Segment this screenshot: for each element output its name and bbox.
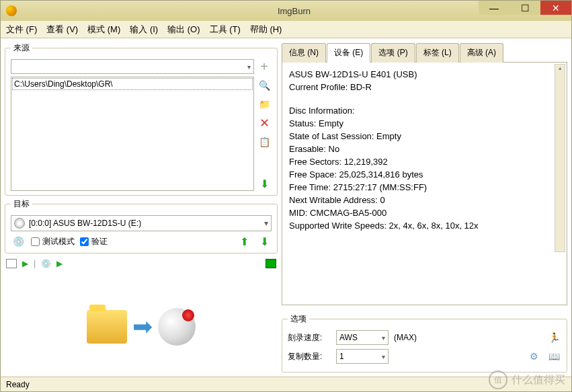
menu-help[interactable]: 帮助 (H) [250, 24, 282, 36]
go-down-icon[interactable]: ⬇ [257, 176, 272, 191]
burn-action-area: ➡ [5, 274, 278, 373]
app-icon [6, 5, 17, 16]
menu-input[interactable]: 输入 (I) [130, 24, 158, 36]
info-line: Next Writable Address: 0 [289, 195, 560, 205]
menu-tools[interactable]: 工具 (T) [210, 24, 241, 36]
destination-group: 目标 [0:0:0] ASUS BW-12D1S-U (E:) 💿 测试模式 验… [5, 198, 278, 253]
scrollbar[interactable] [555, 64, 565, 252]
info-line: ASUS BW-12D1S-U E401 (USB) [289, 69, 560, 79]
test-mode-label: 测试模式 [42, 236, 75, 247]
menu-view[interactable]: 查看 (V) [46, 24, 78, 36]
info-line [289, 95, 560, 103]
copies-label: 复制数量: [288, 351, 331, 362]
layout-icon[interactable] [6, 259, 17, 268]
copies-combo[interactable]: 1 [336, 349, 389, 364]
browse-folder-icon[interactable]: 📁 [257, 97, 272, 112]
test-mode-input[interactable] [31, 237, 40, 246]
tab-advanced[interactable]: 高级 (A) [460, 43, 503, 63]
eject-down-icon[interactable]: ⬇ [257, 234, 272, 249]
big-folder-icon [87, 310, 127, 344]
menu-mode[interactable]: 模式 (M) [87, 24, 120, 36]
test-mode-checkbox[interactable]: 测试模式 [31, 236, 75, 247]
disc-settings-icon[interactable]: 💿 [11, 234, 26, 249]
disc-small-icon[interactable]: 💿 [41, 259, 51, 268]
monitor-icon[interactable] [265, 259, 276, 268]
arrow-icon: ➡ [132, 313, 153, 341]
titlebar: ImgBurn — ☐ ✕ [1, 1, 571, 21]
menubar: 文件 (F) 查看 (V) 模式 (M) 输入 (I) 输出 (O) 工具 (T… [1, 21, 571, 38]
big-disc-icon[interactable] [158, 308, 196, 346]
tabs: 信息 (N) 设备 (E) 选项 (P) 标签 (L) 高级 (A) [282, 42, 567, 63]
options-group: 选项 刻录速度: AWS (MAX) 🏃 复制数量: 1 ⚙ 📖 [282, 313, 567, 373]
play-icon-2[interactable]: ▶ [56, 259, 63, 268]
destination-device-select[interactable]: [0:0:0] ASUS BW-12D1S-U (E:) [11, 215, 272, 231]
info-line: Current Profile: BD-R [289, 82, 560, 92]
disc-icon [14, 218, 25, 229]
add-icon[interactable]: + [257, 59, 272, 74]
info-line: Status: Empty [289, 118, 560, 128]
menu-output[interactable]: 输出 (O) [167, 24, 200, 36]
clipboard-icon[interactable]: 📋 [257, 134, 272, 149]
source-listbox[interactable]: C:\Users\Ding\Desktop\GR\ [11, 77, 254, 191]
tab-info[interactable]: 信息 (N) [282, 43, 326, 63]
device-tab-panel: ASUS BW-12D1S-U E401 (USB) Current Profi… [282, 63, 567, 305]
status-text: Ready [6, 380, 30, 389]
bottom-toolbar: ▶ | 💿 ▶ [5, 256, 278, 271]
info-line: State of Last Session: Empty [289, 131, 560, 141]
eject-up-icon[interactable]: ⬆ [237, 234, 251, 249]
device-info-text: ASUS BW-12D1S-U E401 (USB) Current Profi… [289, 69, 560, 231]
destination-device-label: [0:0:0] ASUS BW-12D1S-U (E:) [29, 219, 141, 228]
info-line: Free Space: 25,025,314,816 bytes [289, 169, 560, 180]
play-icon-1[interactable]: ▶ [22, 259, 28, 268]
menu-file[interactable]: 文件 (F) [6, 24, 37, 36]
info-line: Supported Write Speeds: 2x, 4x, 6x, 8x, … [289, 221, 560, 231]
settings-icon[interactable]: ⚙ [526, 349, 541, 364]
verify-checkbox[interactable]: 验证 [80, 236, 108, 247]
options-legend: 选项 [288, 313, 309, 325]
delete-icon[interactable]: ✕ [257, 116, 272, 130]
close-button[interactable]: ✕ [540, 1, 571, 15]
tab-labels[interactable]: 标签 (L) [416, 43, 459, 63]
verify-label: 验证 [91, 236, 108, 247]
minimize-button[interactable]: — [479, 1, 509, 15]
tab-device[interactable]: 设备 (E) [327, 43, 370, 63]
book-icon[interactable]: 📖 [546, 349, 561, 364]
info-line: Disc Information: [289, 106, 560, 116]
info-line: Free Sectors: 12,219,392 [289, 157, 560, 167]
search-icon[interactable]: 🔍 [257, 78, 272, 93]
list-item[interactable]: C:\Users\Ding\Desktop\GR\ [13, 79, 252, 89]
speed-label: 刻录速度: [288, 332, 331, 344]
speed-max: (MAX) [394, 333, 417, 342]
maximize-button[interactable]: ☐ [509, 1, 540, 15]
run-icon[interactable]: 🏃 [546, 330, 561, 345]
info-line: Free Time: 2715:27:17 (MM:SS:FF) [289, 182, 560, 192]
statusbar: Ready [1, 377, 571, 391]
speed-combo[interactable]: AWS [336, 330, 389, 345]
destination-legend: 目标 [11, 198, 32, 210]
verify-input[interactable] [80, 237, 89, 246]
source-type-dropdown[interactable] [11, 59, 254, 74]
source-legend: 来源 [11, 42, 32, 54]
info-line: MID: CMCMAG-BA5-000 [289, 208, 560, 218]
tab-options[interactable]: 选项 (P) [371, 43, 415, 63]
source-group: 来源 C:\Users\Ding\Desktop\GR\ + 🔍 📁 ✕ 📋 [5, 42, 278, 196]
info-line: Erasable: No [289, 144, 560, 154]
